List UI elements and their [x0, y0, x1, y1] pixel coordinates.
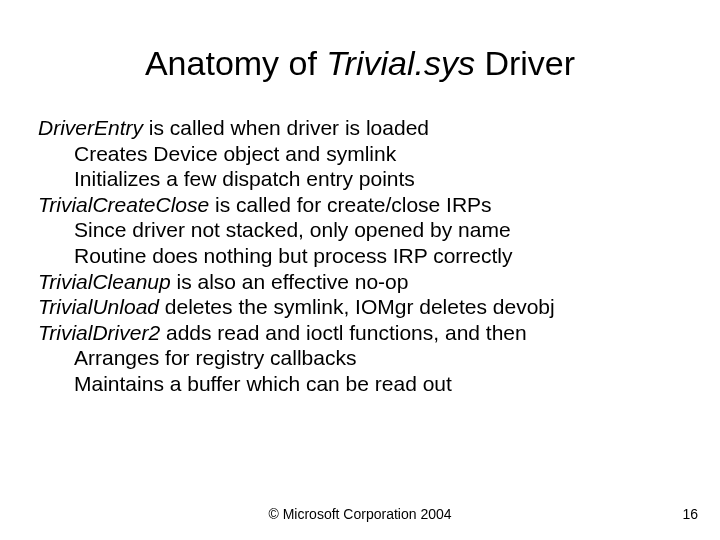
line-text: Arranges for registry callbacks — [74, 346, 356, 369]
body-line: TrivialCreateClose is called for create/… — [38, 192, 682, 218]
body-line: Creates Device object and symlink — [38, 141, 682, 167]
line-text: Routine does nothing but process IRP cor… — [74, 244, 513, 267]
body-line: Arranges for registry callbacks — [38, 345, 682, 371]
title-pre: Anatomy of — [145, 44, 326, 82]
term-italic: TrivialDriver2 — [38, 321, 160, 344]
page-number: 16 — [682, 506, 698, 522]
slide: Anatomy of Trivial.sys Driver DriverEntr… — [0, 0, 720, 540]
line-text: is called for create/close IRPs — [209, 193, 491, 216]
term-italic: DriverEntry — [38, 116, 143, 139]
title-italic: Trivial.sys — [326, 44, 475, 82]
term-italic: TrivialUnload — [38, 295, 159, 318]
body-line: Maintains a buffer which can be read out — [38, 371, 682, 397]
term-italic: TrivialCreateClose — [38, 193, 209, 216]
line-text: is also an effective no-op — [171, 270, 409, 293]
body-line: DriverEntry is called when driver is loa… — [38, 115, 682, 141]
slide-title: Anatomy of Trivial.sys Driver — [0, 0, 720, 91]
line-text: Maintains a buffer which can be read out — [74, 372, 452, 395]
line-text: Initializes a few dispatch entry points — [74, 167, 415, 190]
title-post: Driver — [475, 44, 575, 82]
body-line: Routine does nothing but process IRP cor… — [38, 243, 682, 269]
line-text: Since driver not stacked, only opened by… — [74, 218, 511, 241]
term-italic: TrivialCleanup — [38, 270, 171, 293]
body-line: Since driver not stacked, only opened by… — [38, 217, 682, 243]
body-line: TrivialCleanup is also an effective no-o… — [38, 269, 682, 295]
body-line: TrivialDriver2 adds read and ioctl funct… — [38, 320, 682, 346]
line-text: is called when driver is loaded — [143, 116, 429, 139]
line-text: deletes the symlink, IOMgr deletes devob… — [159, 295, 555, 318]
line-text: Creates Device object and symlink — [74, 142, 396, 165]
slide-body: DriverEntry is called when driver is loa… — [0, 91, 720, 397]
body-line: Initializes a few dispatch entry points — [38, 166, 682, 192]
body-line: TrivialUnload deletes the symlink, IOMgr… — [38, 294, 682, 320]
footer-copyright: © Microsoft Corporation 2004 — [0, 506, 720, 522]
line-text: adds read and ioctl functions, and then — [160, 321, 527, 344]
